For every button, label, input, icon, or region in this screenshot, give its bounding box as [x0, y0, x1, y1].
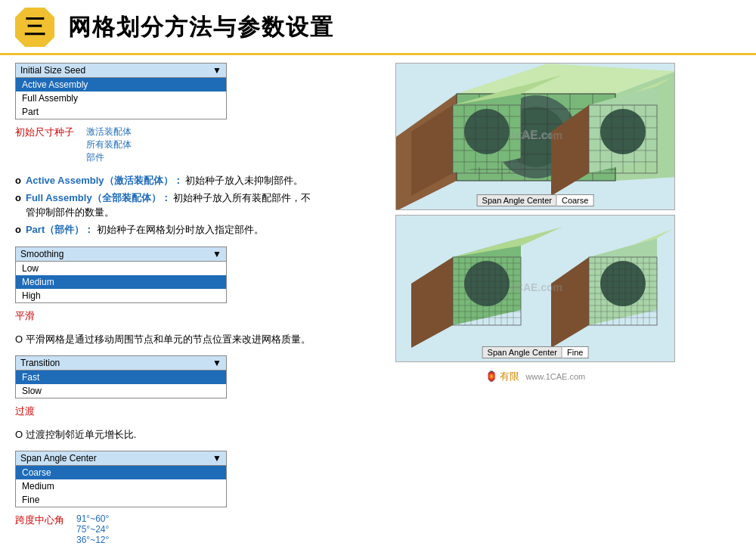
page-title: 网格划分方法与参数设置	[68, 12, 334, 43]
option-coarse[interactable]: Coarse	[16, 466, 226, 479]
smoothing-bullets: O 平滑网格是通过移动周围节点和单元的节点位置来改进网格质量。	[15, 332, 318, 348]
badge-text: 三	[24, 13, 45, 42]
transition-cn-label: 过渡	[15, 405, 60, 418]
dropdown-arrow-icon: ▼	[212, 65, 222, 76]
mesh-label-top: Span Angle Center Coarse	[477, 194, 594, 206]
option-full-assembly[interactable]: Full Assembly	[16, 91, 226, 105]
smoothing-label: Smoothing	[20, 249, 64, 259]
mesh-label-bottom: Span Angle Center Fine	[482, 346, 589, 358]
c1-left	[411, 105, 453, 196]
left-column: Initial Size Seed ▼ Active Assembly Full…	[15, 63, 318, 552]
smoothing-cn-label: 平滑	[15, 309, 60, 323]
seed-cn-option-2: 部件	[86, 151, 132, 164]
option-medium[interactable]: Medium	[16, 275, 226, 289]
page-header: 三 网格划分方法与参数设置	[0, 0, 756, 55]
c2-left	[551, 105, 589, 196]
option-high[interactable]: High	[16, 289, 226, 302]
transition-header[interactable]: Transition ▼	[16, 356, 226, 371]
bullet3-val: 初始种子在网格划分时放入指定部件。	[94, 224, 264, 235]
mesh-image-top: 1CAE.com	[395, 63, 675, 210]
span-angle-body: Coarse Medium Fine	[16, 466, 226, 507]
smoothing-label-row: 平滑	[15, 309, 318, 323]
bullet1-key: Active Assembly（激活装配体）：	[26, 175, 183, 186]
bottom-mesh-svg: 1CAE.com	[396, 216, 675, 355]
bullet-active-assembly: o Active Assembly（激活装配体）： 初始种子放入未抑制部件。	[15, 173, 318, 188]
span-cn-opt-2: 36°~12°	[76, 535, 109, 545]
transition-label: Transition	[20, 358, 60, 368]
initial-size-seed-dropdown[interactable]: Initial Size Seed ▼ Active Assembly Full…	[15, 63, 227, 119]
smoothing-arrow-icon: ▼	[212, 249, 222, 259]
span-angle-dropdown[interactable]: Span Angle Center ▼ Coarse Medium Fine	[15, 451, 227, 507]
bullet1-val: 初始种子放入未抑制部件。	[183, 175, 304, 186]
seed-cn-options: 激活装配体 所有装配体 部件	[86, 126, 132, 164]
b2-left	[551, 257, 589, 348]
mesh-label-text-bottom: Span Angle Center	[482, 346, 562, 358]
bullet-full-assembly: o Full Assembly（全部装配体）： 初始种子放入所有装配部件，不管抑…	[15, 191, 318, 220]
dropdown-label: Initial Size Seed	[20, 65, 85, 76]
section-badge: 三	[15, 8, 54, 47]
dropdown-header[interactable]: Initial Size Seed ▼	[16, 64, 226, 78]
option-slow[interactable]: Slow	[16, 384, 226, 398]
option-medium-sa[interactable]: Medium	[16, 479, 226, 493]
smoothing-dropdown[interactable]: Smoothing ▼ Low Medium High	[15, 247, 227, 303]
span-angle-arrow-icon: ▼	[212, 453, 222, 464]
option-part[interactable]: Part	[16, 105, 226, 119]
transition-description: O 过渡控制邻近单元增长比.	[15, 427, 318, 443]
transition-bullets: O 过渡控制邻近单元增长比.	[15, 427, 318, 443]
span-angle-label-row: 跨度中心角 91°~60° 75°~24° 36°~12°	[15, 513, 318, 545]
footer-text: www.1CAE.com	[525, 372, 585, 381]
bullet2-key: Full Assembly（全部装配体）：	[26, 192, 171, 203]
seed-cn-label: 初始尺寸种子	[15, 126, 74, 139]
dropdown-body: Active Assembly Full Assembly Part	[16, 78, 226, 119]
transition-label-row: 过渡	[15, 405, 318, 418]
smoothing-body: Low Medium High	[16, 262, 226, 302]
option-fine[interactable]: Fine	[16, 493, 226, 507]
transition-dropdown[interactable]: Transition ▼ Fast Slow	[15, 355, 227, 398]
mesh-label-text-top: Span Angle Center	[477, 194, 557, 206]
mesh-label-value-top: Coarse	[557, 194, 593, 206]
footer-logo: 🏮 有限	[485, 370, 520, 383]
watermark-bottom: 1CAE.com	[510, 281, 562, 293]
span-angle-label: Span Angle Center	[20, 453, 97, 464]
smoothing-description: O 平滑网格是通过移动周围节点和单元的节点位置来改进网格质量。	[15, 332, 318, 348]
footer-area: 🏮 有限 www.1CAE.com	[485, 370, 585, 383]
dual-mesh-svg: 1CAE.com	[396, 64, 675, 203]
seed-label-row: 初始尺寸种子 激活装配体 所有装配体 部件	[15, 126, 318, 164]
span-angle-cn-options: 91°~60° 75°~24° 36°~12°	[76, 513, 109, 545]
watermark-dual: 1CAE.com	[510, 129, 562, 141]
seed-bullets: o Active Assembly（激活装配体）： 初始种子放入未抑制部件。 o…	[15, 173, 318, 239]
transition-arrow-icon: ▼	[212, 358, 222, 368]
seed-cn-option-0: 激活装配体	[86, 126, 132, 138]
option-active-assembly[interactable]: Active Assembly	[16, 78, 226, 91]
option-fast[interactable]: Fast	[16, 371, 226, 384]
right-column: 1CAE.com	[330, 63, 741, 552]
main-content: Initial Size Seed ▼ Active Assembly Full…	[0, 55, 756, 552]
transition-body: Fast Slow	[16, 371, 226, 398]
bullet-part: o Part（部件）： 初始种子在网格划分时放入指定部件。	[15, 222, 318, 237]
span-cn-opt-1: 75°~24°	[76, 524, 109, 535]
b1-left	[411, 257, 453, 348]
span-angle-header[interactable]: Span Angle Center ▼	[16, 451, 226, 466]
span-angle-cn-label: 跨度中心角	[15, 513, 64, 527]
mesh-image-bottom: 1CAE.com Span Angle Center Fine	[395, 215, 675, 362]
mesh-label-value-bottom: Fine	[562, 346, 588, 358]
seed-cn-option-1: 所有装配体	[86, 138, 132, 151]
bullet3-key: Part（部件）：	[26, 224, 94, 235]
option-low[interactable]: Low	[16, 262, 226, 275]
span-cn-opt-0: 91°~60°	[76, 513, 109, 524]
smoothing-header[interactable]: Smoothing ▼	[16, 247, 226, 262]
